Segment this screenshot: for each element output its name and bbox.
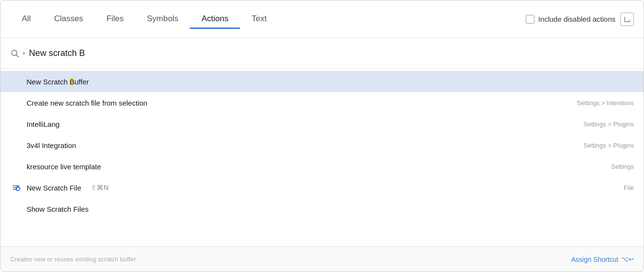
status-bar: Creates new or reuses existing scratch b… (0, 246, 644, 272)
result-text: New Scratch Buffer (27, 78, 89, 86)
result-text: 3v4l Integration (27, 141, 76, 150)
result-icon-placeholder (10, 76, 22, 87)
result-icon-placeholder (10, 203, 22, 215)
tab-text[interactable]: Text (240, 10, 278, 29)
result-text: Show Scratch Files (27, 205, 88, 213)
scratch-file-icon (10, 182, 22, 193)
list-item[interactable]: 3v4l Integration Settings > Plugins (0, 135, 644, 156)
list-item[interactable]: New Scratch File ⇧⌘N File (0, 177, 644, 198)
include-disabled-wrapper: Include disabled actions (526, 15, 616, 24)
assign-shortcut-label: Assign Shortcut (571, 256, 618, 263)
result-category: Settings (602, 163, 634, 170)
result-icon-placeholder (10, 139, 22, 151)
result-text: IntelliLang (27, 120, 59, 128)
tab-all[interactable]: All (10, 10, 42, 29)
tab-symbols[interactable]: Symbols (135, 10, 190, 29)
tab-bar: All Classes Files Symbols Actions Text I… (0, 0, 644, 38)
tab-actions[interactable]: Actions (190, 10, 240, 29)
result-icon-placeholder (10, 97, 22, 109)
list-item[interactable]: New Scratch Buffer (0, 71, 644, 92)
result-text: Create new scratch file from selection (27, 99, 147, 107)
results-list: New Scratch Buffer Create new scratch fi… (0, 69, 644, 246)
search-icon (10, 49, 20, 58)
search-bar: ▾ (0, 38, 644, 69)
shortcut-display: ⇧⌘N (91, 184, 108, 191)
list-item[interactable]: Create new scratch file from selection S… (0, 92, 644, 113)
shortcut-keys: ⌥↩ (621, 256, 634, 263)
tab-files[interactable]: Files (95, 10, 135, 29)
include-disabled-checkbox[interactable] (526, 15, 534, 24)
main-container: All Classes Files Symbols Actions Text I… (0, 0, 644, 272)
result-category: File (614, 184, 634, 191)
result-category: Settings > Plugins (574, 121, 634, 128)
corner-icon-button[interactable] (620, 13, 634, 26)
result-category: Settings > Intentions (567, 99, 634, 107)
status-description: Creates new or reuses existing scratch b… (10, 256, 136, 263)
include-disabled-label: Include disabled actions (538, 15, 616, 23)
result-icon-placeholder (10, 161, 22, 172)
result-category: Settings > Plugins (574, 142, 634, 149)
assign-shortcut-button[interactable]: Assign Shortcut ⌥↩ (571, 256, 634, 263)
result-text: New Scratch File (27, 184, 81, 192)
search-dropdown-icon[interactable]: ▾ (23, 51, 25, 56)
search-icon-area: ▾ (10, 49, 25, 58)
list-item[interactable]: Show Scratch Files (0, 198, 644, 219)
svg-line-1 (16, 54, 19, 57)
result-icon-placeholder (10, 118, 22, 130)
search-input[interactable] (29, 48, 634, 58)
list-item[interactable]: IntelliLang Settings > Plugins (0, 113, 644, 135)
tab-right-controls: Include disabled actions (526, 13, 634, 26)
tab-classes[interactable]: Classes (42, 10, 95, 29)
tabs: All Classes Files Symbols Actions Text (10, 10, 526, 28)
result-text: kresource live template (27, 163, 101, 171)
list-item[interactable]: kresource live template Settings (0, 156, 644, 177)
